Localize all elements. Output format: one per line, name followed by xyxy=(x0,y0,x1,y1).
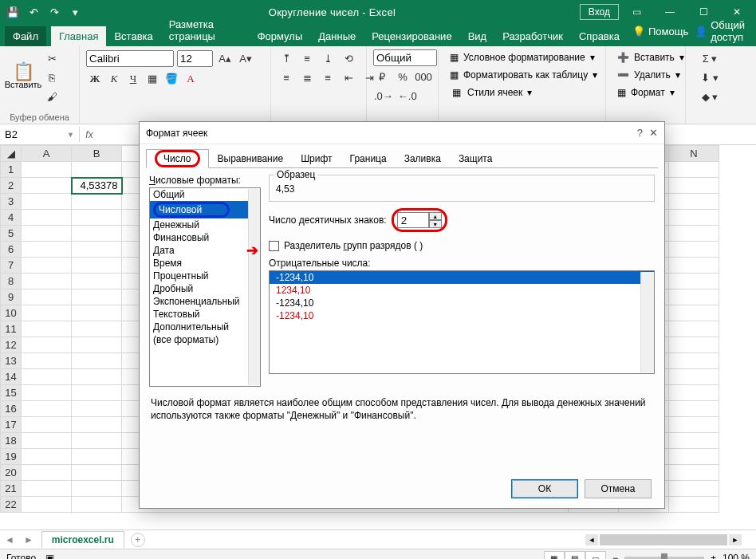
tab-help[interactable]: Справка xyxy=(571,26,628,46)
ok-button[interactable]: ОК xyxy=(511,479,578,498)
tell-me[interactable]: 💡 Помощь xyxy=(632,19,688,43)
negative-numbers-list[interactable]: -1234,10 1234,10 -1234,10 -1234,10 xyxy=(269,270,655,374)
underline-icon[interactable]: Ч xyxy=(124,70,142,88)
tab-view[interactable]: Вид xyxy=(460,26,495,46)
negative-item[interactable]: -1234,10 xyxy=(270,297,654,309)
category-item[interactable]: Текстовый xyxy=(150,308,260,321)
category-item[interactable]: Время xyxy=(150,257,260,270)
col-header[interactable]: N xyxy=(669,146,719,162)
inc-decimal-icon[interactable]: .0→ xyxy=(373,87,394,104)
insert-cells-button[interactable]: ➕Вставить ▾ xyxy=(612,49,679,65)
category-item[interactable]: Дробный xyxy=(150,282,260,295)
tab-file[interactable]: Файл xyxy=(5,26,46,46)
bold-icon[interactable]: Ж xyxy=(86,70,104,88)
number-format-select[interactable] xyxy=(373,49,437,66)
font-size-input[interactable] xyxy=(177,50,213,67)
align-center-icon[interactable]: ≣ xyxy=(298,69,316,86)
dialog-tab-fill[interactable]: Заливка xyxy=(396,149,450,167)
dialog-tab-alignment[interactable]: Выравнивание xyxy=(209,149,293,167)
border-icon[interactable]: ▦ xyxy=(144,70,161,88)
comma-icon[interactable]: 000 xyxy=(415,68,432,85)
align-right-icon[interactable]: ≡ xyxy=(319,69,337,86)
sheet-tab[interactable]: microexcel.ru xyxy=(41,531,124,548)
negative-scrollbar[interactable] xyxy=(640,272,654,372)
align-middle-icon[interactable]: ≡ xyxy=(298,49,316,67)
category-item[interactable]: Экспоненциальный xyxy=(150,295,260,308)
share-button[interactable]: 👤 Общий доступ xyxy=(695,19,746,43)
cell-b2[interactable]: 4,53378 xyxy=(72,178,122,194)
format-painter-icon[interactable]: 🖌 xyxy=(43,88,61,105)
decimals-input[interactable] xyxy=(397,212,429,228)
sign-in-button[interactable]: Вход xyxy=(580,4,619,20)
category-item[interactable]: Процентный xyxy=(150,270,260,282)
add-sheet-icon[interactable]: + xyxy=(131,533,145,547)
format-cells-button[interactable]: ▦Формат ▾ xyxy=(612,85,679,100)
percent-icon[interactable]: % xyxy=(394,68,411,85)
dialog-tab-border[interactable]: Граница xyxy=(341,149,396,167)
tab-review[interactable]: Рецензирование xyxy=(364,26,459,46)
tab-insert[interactable]: Вставка xyxy=(106,26,160,46)
dialog-help-icon[interactable]: ? xyxy=(637,127,643,139)
font-color-icon[interactable]: A xyxy=(182,70,199,88)
category-scrollbar[interactable] xyxy=(248,189,260,385)
dialog-tab-protection[interactable]: Защита xyxy=(450,149,502,167)
qat-customize-icon[interactable]: ▾ xyxy=(65,2,85,22)
format-as-table-button[interactable]: ▦Форматировать как таблицу ▾ xyxy=(445,67,599,83)
category-item[interactable]: (все форматы) xyxy=(150,333,260,346)
cell-styles-button[interactable]: ▦Стили ячеек ▾ xyxy=(445,85,599,100)
category-item[interactable]: Дата xyxy=(150,244,260,257)
category-list[interactable]: Общий Числовой Денежный Финансовый Дата … xyxy=(149,187,261,387)
align-top-icon[interactable]: ⤒ xyxy=(278,49,295,67)
macro-record-icon[interactable]: ▣ xyxy=(45,553,54,559)
category-item[interactable]: Общий xyxy=(150,188,260,201)
cancel-button[interactable]: Отмена xyxy=(585,479,652,498)
name-box[interactable]: B2▼ xyxy=(0,127,80,142)
align-left-icon[interactable]: ≡ xyxy=(278,69,295,86)
autosum-icon[interactable]: Σ ▾ xyxy=(692,49,727,67)
italic-icon[interactable]: К xyxy=(105,70,123,88)
save-icon[interactable]: 💾 xyxy=(3,2,22,22)
conditional-formatting-button[interactable]: ▦Условное форматирование ▾ xyxy=(445,49,599,65)
tab-data[interactable]: Данные xyxy=(310,26,364,46)
dialog-close-icon[interactable]: ✕ xyxy=(649,127,658,139)
orientation-icon[interactable]: ⟲ xyxy=(340,49,357,67)
font-name-input[interactable] xyxy=(86,50,174,67)
indent-dec-icon[interactable]: ⇤ xyxy=(340,69,357,86)
sheet-nav-prev-icon[interactable]: ◄ xyxy=(0,534,19,545)
redo-icon[interactable]: ↷ xyxy=(45,2,64,22)
fill-icon[interactable]: ⬇ ▾ xyxy=(692,69,727,86)
category-item-selected[interactable]: Числовой xyxy=(150,201,260,218)
negative-item[interactable]: -1234,10 xyxy=(270,271,654,284)
cut-icon[interactable]: ✂ xyxy=(43,49,61,67)
align-bottom-icon[interactable]: ⤓ xyxy=(319,49,337,67)
fill-color-icon[interactable]: 🪣 xyxy=(163,70,180,88)
view-normal-icon[interactable]: ▦ xyxy=(544,551,565,559)
zoom-value[interactable]: 100 % xyxy=(723,553,750,559)
spin-up-icon[interactable]: ▲ xyxy=(429,212,442,220)
delete-cells-button[interactable]: ➖Удалить ▾ xyxy=(612,67,679,83)
copy-icon[interactable]: ⎘ xyxy=(43,69,61,86)
row-header[interactable]: 1 xyxy=(1,162,22,178)
negative-item[interactable]: 1234,10 xyxy=(270,284,654,297)
sheet-nav-next-icon[interactable]: ► xyxy=(19,534,38,545)
zoom-out-icon[interactable]: − xyxy=(612,553,618,559)
currency-icon[interactable]: ₽ xyxy=(373,68,391,85)
shrink-font-icon[interactable]: A▾ xyxy=(237,49,254,67)
tab-formulas[interactable]: Формулы xyxy=(250,26,311,46)
category-item[interactable]: Финансовый xyxy=(150,231,260,244)
undo-icon[interactable]: ↶ xyxy=(24,2,43,22)
grow-font-icon[interactable]: A▴ xyxy=(216,49,234,67)
tab-home[interactable]: Главная xyxy=(51,26,106,46)
category-item[interactable]: Денежный xyxy=(150,218,260,231)
col-header[interactable]: B xyxy=(72,146,122,162)
fx-icon[interactable]: fx xyxy=(80,129,99,140)
clear-icon[interactable]: ◆ ▾ xyxy=(692,88,727,105)
paste-button[interactable]: 📋 Вставить xyxy=(6,53,40,102)
category-item[interactable]: Дополнительный xyxy=(150,321,260,333)
dec-decimal-icon[interactable]: ←.0 xyxy=(397,87,418,104)
spin-down-icon[interactable]: ▼ xyxy=(429,220,442,228)
negative-item[interactable]: -1234,10 xyxy=(270,309,654,322)
view-page-break-icon[interactable]: ▭ xyxy=(585,551,606,559)
col-header[interactable]: A xyxy=(22,146,72,162)
tab-developer[interactable]: Разработчик xyxy=(494,26,571,46)
